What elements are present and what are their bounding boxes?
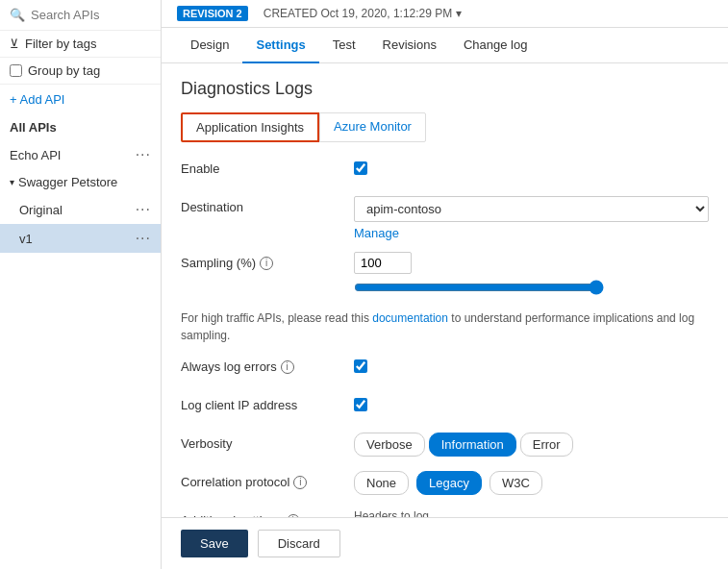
- sidebar-item-v1[interactable]: v1 ···: [0, 224, 161, 253]
- group-checkbox[interactable]: [10, 64, 22, 77]
- documentation-link[interactable]: documentation: [372, 311, 448, 325]
- log-client-label: Log client IP address: [181, 394, 354, 412]
- group-by-tag[interactable]: Group by tag: [0, 58, 161, 85]
- main-content: REVISION 2 CREATED Oct 19, 2020, 1:12:29…: [162, 0, 728, 569]
- destination-select[interactable]: apim-contoso: [354, 196, 709, 222]
- content-area: Diagnostics Logs Application Insights Az…: [162, 63, 728, 517]
- echo-api-label: Echo API: [10, 148, 61, 162]
- search-icon: 🔍: [10, 8, 25, 22]
- original-menu-icon[interactable]: ···: [136, 201, 151, 218]
- additional-label: Additional settings i: [181, 509, 354, 517]
- search-input[interactable]: [31, 8, 151, 22]
- tab-design[interactable]: Design: [177, 28, 242, 63]
- destination-label: Destination: [181, 196, 354, 214]
- verbose-button[interactable]: Verbose: [354, 433, 425, 457]
- log-client-row: Log client IP address: [181, 394, 709, 421]
- sidebar-item-echo-api[interactable]: Echo API ···: [0, 140, 161, 169]
- enable-checkbox[interactable]: [354, 161, 367, 175]
- all-apis-label: All APIs: [0, 114, 161, 140]
- correlation-group: None Legacy W3C: [354, 471, 709, 495]
- revision-badge: REVISION 2: [177, 6, 248, 21]
- v1-label: v1: [19, 232, 33, 246]
- tab-settings[interactable]: Settings: [242, 28, 318, 63]
- manage-link[interactable]: Manage: [354, 226, 399, 240]
- additional-content: Headers to log Number of payload bytes t…: [354, 509, 709, 517]
- sampling-input[interactable]: [354, 252, 412, 274]
- sub-tab-azure-monitor[interactable]: Azure Monitor: [319, 112, 426, 142]
- enable-label: Enable: [181, 158, 354, 176]
- log-client-checkbox[interactable]: [354, 398, 367, 411]
- chevron-icon[interactable]: ▾: [456, 7, 462, 20]
- tab-changelog[interactable]: Change log: [450, 28, 541, 63]
- w3c-button[interactable]: W3C: [490, 471, 542, 495]
- correlation-info-icon[interactable]: i: [293, 476, 307, 489]
- sampling-info-text: For high traffic APIs, please read this …: [181, 309, 709, 344]
- topbar: REVISION 2 CREATED Oct 19, 2020, 1:12:29…: [162, 0, 728, 28]
- error-button[interactable]: Error: [520, 433, 573, 457]
- swagger-petstore-label: Swagger Petstore: [18, 175, 117, 189]
- none-button[interactable]: None: [354, 471, 409, 495]
- always-log-row: Always log errors i: [181, 356, 709, 383]
- headers-label: Headers to log: [354, 509, 709, 517]
- discard-button[interactable]: Discard: [258, 530, 340, 557]
- search-bar[interactable]: 🔍: [0, 0, 161, 31]
- chevron-down-icon: ▾: [10, 177, 14, 187]
- sampling-info-icon[interactable]: i: [260, 257, 273, 270]
- filter-icon: ⊻: [10, 37, 19, 51]
- sub-tabs: Application Insights Azure Monitor: [181, 112, 709, 142]
- sidebar-item-swagger-petstore[interactable]: ▾ Swagger Petstore: [0, 169, 161, 195]
- filter-label: Filter by tags: [25, 37, 96, 51]
- echo-api-menu-icon[interactable]: ···: [136, 146, 151, 163]
- sampling-label: Sampling (%) i: [181, 252, 354, 270]
- verbosity-label: Verbosity: [181, 433, 354, 451]
- always-log-control: [354, 356, 709, 376]
- verbosity-row: Verbosity Verbose Information Error: [181, 433, 709, 459]
- information-button[interactable]: Information: [429, 433, 516, 457]
- main-tabs: Design Settings Test Revisions Change lo…: [162, 28, 728, 63]
- add-api-button[interactable]: + Add API: [0, 85, 161, 114]
- sidebar-item-original[interactable]: Original ···: [0, 195, 161, 224]
- tab-test[interactable]: Test: [319, 28, 369, 63]
- sampling-row: Sampling (%) i: [181, 252, 709, 298]
- correlation-row: Correlation protocol i None Legacy W3C: [181, 471, 709, 498]
- created-info: CREATED Oct 19, 2020, 1:12:29 PM ▾: [264, 7, 463, 20]
- group-label: Group by tag: [28, 63, 100, 78]
- destination-row: Destination apim-contoso Manage: [181, 196, 709, 240]
- sub-tab-app-insights[interactable]: Application Insights: [181, 112, 319, 142]
- log-client-control: [354, 394, 709, 414]
- save-button[interactable]: Save: [181, 530, 248, 557]
- tab-revisions[interactable]: Revisions: [369, 28, 450, 63]
- enable-checkbox-container: [354, 158, 709, 178]
- enable-row: Enable: [181, 158, 709, 185]
- filter-by-tags[interactable]: ⊻ Filter by tags: [0, 31, 161, 58]
- sidebar: 🔍 ⊻ Filter by tags Group by tag + Add AP…: [0, 0, 162, 569]
- additional-row: Additional settings i Headers to log Num…: [181, 509, 709, 517]
- destination-control: apim-contoso Manage: [354, 196, 709, 240]
- verbosity-group: Verbose Information Error: [354, 433, 709, 457]
- v1-menu-icon[interactable]: ···: [136, 230, 151, 247]
- legacy-button[interactable]: Legacy: [416, 471, 482, 495]
- page-title: Diagnostics Logs: [181, 79, 709, 99]
- sampling-control: [354, 252, 709, 298]
- footer: Save Discard: [162, 517, 728, 569]
- always-log-info-icon[interactable]: i: [281, 360, 294, 374]
- correlation-label: Correlation protocol i: [181, 471, 354, 489]
- always-log-label: Always log errors i: [181, 356, 354, 374]
- add-label: + Add API: [10, 92, 64, 107]
- always-log-checkbox[interactable]: [354, 359, 367, 373]
- original-label: Original: [19, 203, 63, 217]
- sampling-slider[interactable]: [354, 280, 604, 295]
- created-text: CREATED Oct 19, 2020, 1:12:29 PM: [264, 7, 453, 20]
